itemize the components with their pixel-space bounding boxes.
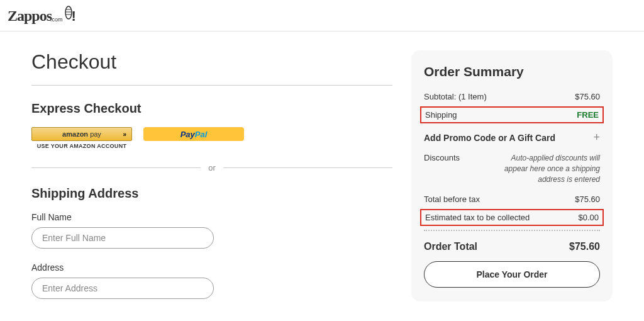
promo-toggle[interactable]: Add Promo Code or A Gift Card +: [424, 125, 600, 149]
total-value: $75.60: [569, 241, 600, 252]
tax-row: Estimated tax to be collected $0.00: [420, 209, 604, 226]
paypal-text-1: Pay: [180, 130, 195, 139]
paypal-button[interactable]: PayPal: [143, 127, 244, 141]
divider-line: [223, 167, 392, 168]
order-total-row: Order Total $75.60: [424, 235, 600, 261]
express-checkout-heading: Express Checkout: [31, 101, 392, 116]
amazon-text-2: pay: [88, 130, 101, 138]
before-tax-label: Total before tax: [424, 194, 480, 204]
amazon-pay-wrap: amazon pay » USE YOUR AMAZON ACCOUNT: [31, 127, 132, 149]
svg-point-0: [65, 6, 72, 19]
page-title: Checkout: [31, 50, 392, 86]
checkout-form: Checkout Express Checkout amazon pay » U…: [31, 50, 392, 313]
amazon-text-1: amazon: [62, 130, 88, 138]
amazon-pay-button[interactable]: amazon pay »: [31, 127, 132, 141]
promo-label: Add Promo Code or A Gift Card: [424, 133, 555, 143]
place-order-button[interactable]: Place Your Order: [424, 261, 600, 288]
shipping-address-heading: Shipping Address: [31, 186, 392, 201]
address-input[interactable]: [31, 278, 214, 299]
shipping-value: FREE: [577, 110, 599, 120]
order-summary: Order Summary Subtotal: (1 Item) $75.60 …: [411, 50, 613, 301]
divider-text: or: [201, 163, 223, 172]
summary-title: Order Summary: [424, 64, 600, 79]
logo[interactable]: Zappos .com !: [8, 7, 75, 25]
discounts-text: Auto-applied discounts will appear here …: [487, 153, 600, 184]
fullname-input[interactable]: [31, 227, 214, 249]
tax-value: $0.00: [578, 213, 599, 222]
total-label: Order Total: [424, 241, 477, 252]
fullname-label: Full Name: [31, 212, 392, 222]
divider: or: [31, 163, 392, 172]
shoe-icon: [64, 6, 73, 23]
tax-label: Estimated tax to be collected: [425, 213, 530, 222]
subtotal-label: Subtotal: (1 Item): [424, 92, 487, 101]
paypal-text-2: Pal: [195, 130, 208, 139]
subtotal-value: $75.60: [575, 92, 600, 101]
brand-name: Zappos: [8, 8, 52, 25]
brand-sub: .com: [50, 16, 63, 23]
dotted-divider: [424, 230, 600, 231]
order-summary-panel: Order Summary Subtotal: (1 Item) $75.60 …: [411, 50, 613, 313]
chevron-right-icon: »: [123, 131, 125, 138]
express-checkout-row: amazon pay » USE YOUR AMAZON ACCOUNT Pay…: [31, 127, 392, 149]
subtotal-row: Subtotal: (1 Item) $75.60: [424, 88, 600, 105]
discounts-label: Discounts: [424, 153, 460, 162]
discounts-row: Discounts Auto-applied discounts will ap…: [424, 149, 600, 191]
shipping-label: Shipping: [425, 110, 457, 120]
content: Checkout Express Checkout amazon pay » U…: [0, 31, 644, 321]
amazon-subtext: USE YOUR AMAZON ACCOUNT: [37, 143, 127, 149]
header: Zappos .com !: [0, 0, 644, 31]
plus-icon: +: [593, 131, 600, 144]
shipping-row: Shipping FREE: [420, 106, 604, 123]
address-label: Address: [31, 262, 392, 273]
before-tax-value: $75.60: [575, 194, 600, 204]
before-tax-row: Total before tax $75.60: [424, 191, 600, 208]
divider-line: [31, 167, 201, 168]
